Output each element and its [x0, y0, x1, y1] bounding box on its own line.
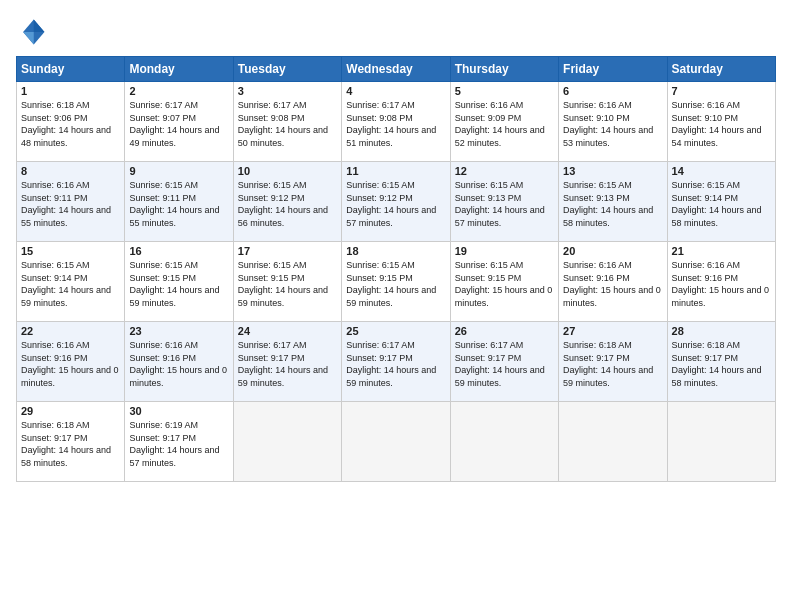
calendar-header-sunday: Sunday	[17, 57, 125, 82]
day-number: 23	[129, 325, 228, 337]
calendar-cell: 4 Sunrise: 6:17 AMSunset: 9:08 PMDayligh…	[342, 82, 450, 162]
calendar-cell	[559, 402, 667, 482]
calendar-week-4: 22 Sunrise: 6:16 AMSunset: 9:16 PMDaylig…	[17, 322, 776, 402]
day-number: 5	[455, 85, 554, 97]
header	[16, 16, 776, 48]
svg-marker-1	[34, 20, 45, 32]
day-info: Sunrise: 6:17 AMSunset: 9:17 PMDaylight:…	[455, 340, 545, 388]
calendar-cell: 28 Sunrise: 6:18 AMSunset: 9:17 PMDaylig…	[667, 322, 775, 402]
calendar-week-5: 29 Sunrise: 6:18 AMSunset: 9:17 PMDaylig…	[17, 402, 776, 482]
day-number: 27	[563, 325, 662, 337]
calendar-header-saturday: Saturday	[667, 57, 775, 82]
calendar-table: SundayMondayTuesdayWednesdayThursdayFrid…	[16, 56, 776, 482]
day-number: 2	[129, 85, 228, 97]
day-info: Sunrise: 6:16 AMSunset: 9:16 PMDaylight:…	[21, 340, 119, 388]
day-info: Sunrise: 6:16 AMSunset: 9:09 PMDaylight:…	[455, 100, 545, 148]
day-number: 4	[346, 85, 445, 97]
day-number: 1	[21, 85, 120, 97]
day-info: Sunrise: 6:15 AMSunset: 9:13 PMDaylight:…	[455, 180, 545, 228]
day-number: 13	[563, 165, 662, 177]
calendar-cell: 8 Sunrise: 6:16 AMSunset: 9:11 PMDayligh…	[17, 162, 125, 242]
logo-icon	[16, 16, 48, 48]
day-info: Sunrise: 6:16 AMSunset: 9:10 PMDaylight:…	[563, 100, 653, 148]
svg-marker-2	[23, 32, 34, 44]
calendar-cell: 3 Sunrise: 6:17 AMSunset: 9:08 PMDayligh…	[233, 82, 341, 162]
day-info: Sunrise: 6:17 AMSunset: 9:17 PMDaylight:…	[238, 340, 328, 388]
day-number: 17	[238, 245, 337, 257]
day-number: 16	[129, 245, 228, 257]
calendar-cell	[450, 402, 558, 482]
calendar-cell: 2 Sunrise: 6:17 AMSunset: 9:07 PMDayligh…	[125, 82, 233, 162]
calendar-cell: 12 Sunrise: 6:15 AMSunset: 9:13 PMDaylig…	[450, 162, 558, 242]
calendar-cell: 21 Sunrise: 6:16 AMSunset: 9:16 PMDaylig…	[667, 242, 775, 322]
day-number: 9	[129, 165, 228, 177]
day-info: Sunrise: 6:15 AMSunset: 9:12 PMDaylight:…	[238, 180, 328, 228]
calendar-cell: 5 Sunrise: 6:16 AMSunset: 9:09 PMDayligh…	[450, 82, 558, 162]
calendar-header-friday: Friday	[559, 57, 667, 82]
calendar-header-wednesday: Wednesday	[342, 57, 450, 82]
day-number: 14	[672, 165, 771, 177]
day-info: Sunrise: 6:16 AMSunset: 9:16 PMDaylight:…	[129, 340, 227, 388]
day-info: Sunrise: 6:17 AMSunset: 9:08 PMDaylight:…	[238, 100, 328, 148]
day-info: Sunrise: 6:19 AMSunset: 9:17 PMDaylight:…	[129, 420, 219, 468]
calendar-cell: 25 Sunrise: 6:17 AMSunset: 9:17 PMDaylig…	[342, 322, 450, 402]
calendar-cell: 11 Sunrise: 6:15 AMSunset: 9:12 PMDaylig…	[342, 162, 450, 242]
day-number: 30	[129, 405, 228, 417]
day-info: Sunrise: 6:16 AMSunset: 9:16 PMDaylight:…	[672, 260, 770, 308]
day-info: Sunrise: 6:15 AMSunset: 9:11 PMDaylight:…	[129, 180, 219, 228]
day-info: Sunrise: 6:16 AMSunset: 9:10 PMDaylight:…	[672, 100, 762, 148]
day-info: Sunrise: 6:15 AMSunset: 9:15 PMDaylight:…	[238, 260, 328, 308]
calendar-cell: 23 Sunrise: 6:16 AMSunset: 9:16 PMDaylig…	[125, 322, 233, 402]
day-number: 29	[21, 405, 120, 417]
day-number: 26	[455, 325, 554, 337]
day-info: Sunrise: 6:15 AMSunset: 9:15 PMDaylight:…	[346, 260, 436, 308]
calendar-cell: 13 Sunrise: 6:15 AMSunset: 9:13 PMDaylig…	[559, 162, 667, 242]
day-number: 12	[455, 165, 554, 177]
day-info: Sunrise: 6:16 AMSunset: 9:11 PMDaylight:…	[21, 180, 111, 228]
day-info: Sunrise: 6:15 AMSunset: 9:15 PMDaylight:…	[129, 260, 219, 308]
calendar-cell: 15 Sunrise: 6:15 AMSunset: 9:14 PMDaylig…	[17, 242, 125, 322]
calendar-cell: 7 Sunrise: 6:16 AMSunset: 9:10 PMDayligh…	[667, 82, 775, 162]
day-info: Sunrise: 6:15 AMSunset: 9:14 PMDaylight:…	[672, 180, 762, 228]
calendar-cell: 18 Sunrise: 6:15 AMSunset: 9:15 PMDaylig…	[342, 242, 450, 322]
calendar-cell: 10 Sunrise: 6:15 AMSunset: 9:12 PMDaylig…	[233, 162, 341, 242]
calendar-cell	[342, 402, 450, 482]
calendar-header-tuesday: Tuesday	[233, 57, 341, 82]
calendar-cell: 20 Sunrise: 6:16 AMSunset: 9:16 PMDaylig…	[559, 242, 667, 322]
calendar-cell: 6 Sunrise: 6:16 AMSunset: 9:10 PMDayligh…	[559, 82, 667, 162]
calendar-cell	[667, 402, 775, 482]
calendar-header-thursday: Thursday	[450, 57, 558, 82]
day-info: Sunrise: 6:18 AMSunset: 9:17 PMDaylight:…	[672, 340, 762, 388]
day-number: 24	[238, 325, 337, 337]
calendar-cell: 17 Sunrise: 6:15 AMSunset: 9:15 PMDaylig…	[233, 242, 341, 322]
day-info: Sunrise: 6:17 AMSunset: 9:17 PMDaylight:…	[346, 340, 436, 388]
calendar-cell: 16 Sunrise: 6:15 AMSunset: 9:15 PMDaylig…	[125, 242, 233, 322]
day-number: 11	[346, 165, 445, 177]
day-number: 22	[21, 325, 120, 337]
calendar-cell: 1 Sunrise: 6:18 AMSunset: 9:06 PMDayligh…	[17, 82, 125, 162]
day-info: Sunrise: 6:18 AMSunset: 9:17 PMDaylight:…	[21, 420, 111, 468]
day-info: Sunrise: 6:15 AMSunset: 9:14 PMDaylight:…	[21, 260, 111, 308]
calendar-header-monday: Monday	[125, 57, 233, 82]
calendar-cell: 24 Sunrise: 6:17 AMSunset: 9:17 PMDaylig…	[233, 322, 341, 402]
day-number: 7	[672, 85, 771, 97]
calendar-cell: 14 Sunrise: 6:15 AMSunset: 9:14 PMDaylig…	[667, 162, 775, 242]
day-number: 25	[346, 325, 445, 337]
logo	[16, 16, 52, 48]
day-info: Sunrise: 6:18 AMSunset: 9:17 PMDaylight:…	[563, 340, 653, 388]
day-info: Sunrise: 6:16 AMSunset: 9:16 PMDaylight:…	[563, 260, 661, 308]
calendar-week-3: 15 Sunrise: 6:15 AMSunset: 9:14 PMDaylig…	[17, 242, 776, 322]
day-number: 20	[563, 245, 662, 257]
day-number: 8	[21, 165, 120, 177]
day-number: 3	[238, 85, 337, 97]
day-info: Sunrise: 6:15 AMSunset: 9:12 PMDaylight:…	[346, 180, 436, 228]
day-info: Sunrise: 6:15 AMSunset: 9:13 PMDaylight:…	[563, 180, 653, 228]
day-number: 19	[455, 245, 554, 257]
day-info: Sunrise: 6:17 AMSunset: 9:08 PMDaylight:…	[346, 100, 436, 148]
calendar-cell: 19 Sunrise: 6:15 AMSunset: 9:15 PMDaylig…	[450, 242, 558, 322]
day-info: Sunrise: 6:17 AMSunset: 9:07 PMDaylight:…	[129, 100, 219, 148]
day-number: 10	[238, 165, 337, 177]
calendar-cell: 9 Sunrise: 6:15 AMSunset: 9:11 PMDayligh…	[125, 162, 233, 242]
day-info: Sunrise: 6:15 AMSunset: 9:15 PMDaylight:…	[455, 260, 553, 308]
day-number: 6	[563, 85, 662, 97]
